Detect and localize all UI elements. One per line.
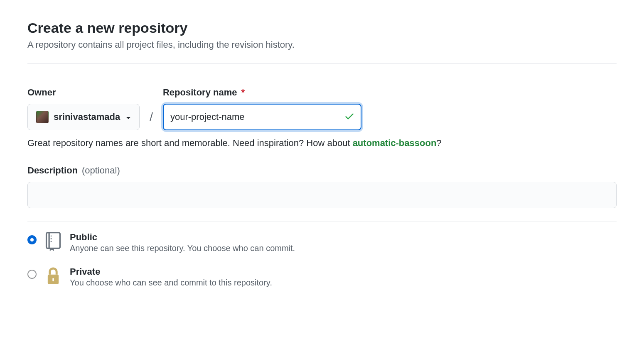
description-label: Description xyxy=(27,165,78,176)
radio-public[interactable] xyxy=(27,235,37,244)
required-marker: * xyxy=(241,87,245,98)
path-separator: / xyxy=(150,110,153,130)
visibility-private-option[interactable]: Private You choose who can see and commi… xyxy=(27,266,617,288)
svg-rect-6 xyxy=(52,278,54,281)
radio-private[interactable] xyxy=(27,270,37,279)
svg-point-2 xyxy=(51,235,52,237)
page-title: Create a new repository xyxy=(27,20,617,36)
description-label-row: Description (optional) xyxy=(27,165,617,176)
owner-label: Owner xyxy=(27,87,140,98)
suggestion-link[interactable]: automatic-bassoon xyxy=(353,138,437,148)
hint-prefix: Great repository names are short and mem… xyxy=(27,138,353,148)
owner-field: Owner srinivastamada xyxy=(27,87,140,130)
repo-icon xyxy=(45,232,61,253)
visibility-public-desc: Anyone can see this repository. You choo… xyxy=(70,244,295,253)
check-icon xyxy=(344,111,355,123)
visibility-private-desc: You choose who can see and commit to thi… xyxy=(70,278,272,288)
divider xyxy=(27,63,617,64)
hint-suffix: ? xyxy=(436,138,441,148)
avatar xyxy=(36,111,49,123)
description-input[interactable] xyxy=(27,182,617,208)
visibility-private-title: Private xyxy=(70,266,272,277)
divider xyxy=(27,222,617,222)
repo-name-label: Repository name * xyxy=(163,87,361,98)
owner-select[interactable]: srinivastamada xyxy=(27,104,140,130)
owner-repo-row: Owner srinivastamada / Repository name * xyxy=(27,87,617,130)
visibility-public-option[interactable]: Public Anyone can see this repository. Y… xyxy=(27,232,617,253)
caret-down-icon xyxy=(126,112,131,122)
owner-username: srinivastamada xyxy=(54,112,120,122)
repo-name-hint: Great repository names are short and mem… xyxy=(27,138,617,149)
repo-name-input[interactable] xyxy=(163,104,361,130)
repo-name-field: Repository name * xyxy=(163,87,361,130)
svg-point-3 xyxy=(51,238,52,239)
svg-point-4 xyxy=(51,241,52,242)
visibility-public-title: Public xyxy=(70,232,295,243)
lock-icon xyxy=(45,266,61,287)
description-optional-label: (optional) xyxy=(82,165,120,176)
page-subtitle: A repository contains all project files,… xyxy=(27,39,617,50)
repo-name-label-text: Repository name xyxy=(163,87,237,98)
